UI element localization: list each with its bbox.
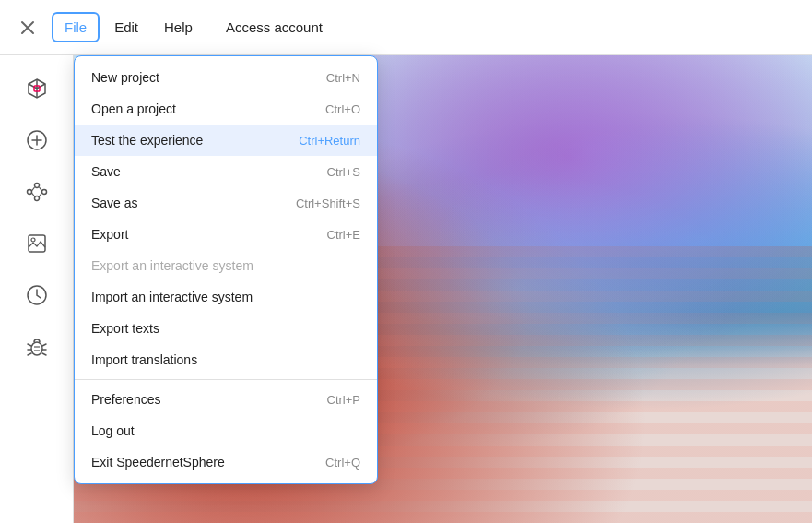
save-shortcut: Ctrl+S [327,165,360,179]
save-as-shortcut: Ctrl+Shift+S [296,196,360,210]
close-button[interactable] [15,15,41,41]
menu-item-import-translations[interactable]: Import translations [75,344,377,375]
preferences-shortcut: Ctrl+P [327,393,360,407]
sidebar-icon-bug[interactable] [15,325,59,369]
new-project-shortcut: Ctrl+N [326,71,360,85]
svg-line-10 [31,187,34,191]
sidebar-icon-add[interactable] [15,118,59,162]
menu-help[interactable]: Help [153,14,204,41]
menu-access-account[interactable]: Access account [215,14,334,41]
preferences-label: Preferences [91,392,160,407]
menu-item-export-interactive: Export an interactive system [75,250,377,281]
exit-label: Exit SpeedernetSphere [91,455,225,470]
menubar: File Edit Help Access account [0,0,812,55]
menu-item-save-as[interactable]: Save as Ctrl+Shift+S [75,187,377,219]
svg-point-9 [34,196,39,201]
svg-point-15 [31,238,35,242]
open-project-label: Open a project [91,101,176,116]
test-experience-shortcut: Ctrl+Return [299,134,360,148]
sidebar-icon-cube[interactable] [15,66,59,111]
sidebar-icon-history[interactable] [15,273,59,317]
menu-item-export-texts[interactable]: Export texts [75,313,377,344]
save-as-label: Save as [91,196,138,210]
export-texts-label: Export texts [91,321,159,336]
import-interactive-label: Import an interactive system [91,290,253,304]
cube-icon [25,77,49,101]
save-label: Save [91,164,121,179]
menu-item-preferences[interactable]: Preferences Ctrl+P [75,384,377,415]
svg-point-8 [41,190,46,195]
file-dropdown-menu: New project Ctrl+N Open a project Ctrl+O… [74,55,378,484]
exit-shortcut: Ctrl+Q [325,456,360,470]
svg-line-18 [28,344,31,346]
svg-line-22 [28,353,31,355]
menu-divider [75,379,377,380]
menu-item-exit[interactable]: Exit SpeedernetSphere Ctrl+Q [75,446,377,478]
svg-point-17 [31,342,42,355]
new-project-label: New project [91,70,159,85]
menu-item-open-project[interactable]: Open a project Ctrl+O [75,93,377,125]
svg-line-12 [39,193,41,196]
svg-line-11 [39,187,41,191]
menu-file[interactable]: File [52,12,100,42]
menu-item-new-project[interactable]: New project Ctrl+N [75,62,377,93]
sidebar-icon-network[interactable] [15,170,59,214]
menu-item-test-experience[interactable]: Test the experience Ctrl+Return [75,125,377,156]
menu-item-import-interactive[interactable]: Import an interactive system [75,281,377,313]
svg-line-23 [42,353,46,355]
network-icon [25,180,49,204]
export-interactive-label: Export an interactive system [91,258,253,273]
menu-edit[interactable]: Edit [103,14,149,41]
open-project-shortcut: Ctrl+O [325,102,360,116]
export-label: Export [91,227,128,242]
svg-point-7 [34,184,39,188]
sidebar [0,55,74,523]
menu-item-export[interactable]: Export Ctrl+E [75,219,377,250]
svg-point-6 [27,190,31,195]
svg-line-19 [42,344,46,346]
export-shortcut: Ctrl+E [327,228,360,242]
import-translations-label: Import translations [91,352,197,367]
svg-line-13 [31,193,34,196]
menu-item-log-out[interactable]: Log out [75,415,377,446]
close-icon [19,19,36,36]
add-icon [25,128,49,152]
bug-icon [25,335,49,359]
test-experience-label: Test the experience [91,133,203,148]
log-out-label: Log out [91,423,135,438]
menu-item-save[interactable]: Save Ctrl+S [75,156,377,187]
layers-icon [25,232,49,256]
sidebar-icon-layers[interactable] [15,221,59,266]
history-icon [25,283,49,307]
